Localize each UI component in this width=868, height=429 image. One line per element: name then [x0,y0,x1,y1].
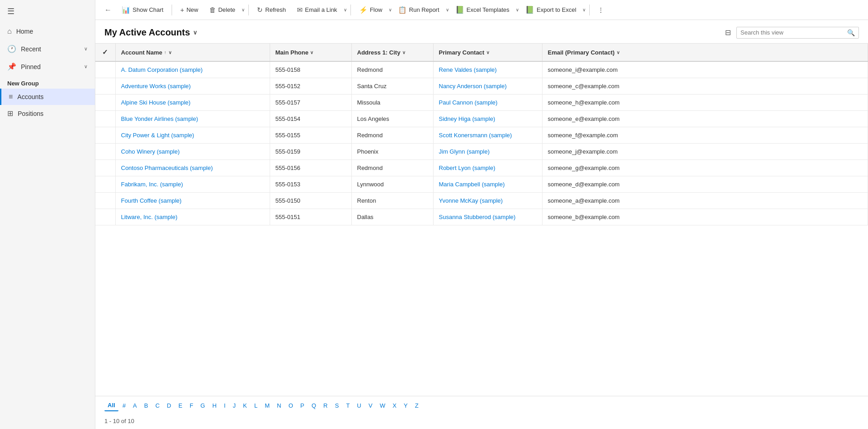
search-icon[interactable]: 🔍 [847,29,855,36]
contact-cell[interactable]: Nancy Anderson (sample) [433,78,542,95]
contact-cell[interactable]: Yvonne McKay (sample) [433,193,542,209]
row-checkbox[interactable] [95,160,115,176]
account-name-cell[interactable]: Litware, Inc. (sample) [115,209,270,225]
alpha-item-m[interactable]: M [261,400,273,411]
account-name-link[interactable]: Adventure Works (sample) [121,83,191,90]
account-name-cell[interactable]: Adventure Works (sample) [115,78,270,95]
new-button[interactable]: + New [176,4,203,16]
select-all-header[interactable]: ✓ [95,44,115,61]
contact-link[interactable]: Maria Campbell (sample) [439,181,505,188]
contact-cell[interactable]: Jim Glynn (sample) [433,144,542,160]
city-header[interactable]: Address 1: City ∨ [351,44,433,61]
contact-link[interactable]: Rene Valdes (sample) [439,66,497,73]
row-checkbox[interactable] [95,144,115,160]
account-name-link[interactable]: Coho Winery (sample) [121,148,180,155]
hamburger-menu-button[interactable]: ☰ [0,0,95,23]
account-name-filter-icon[interactable]: ∨ [168,50,172,55]
refresh-button[interactable]: ↻ Refresh [252,4,291,16]
delete-button[interactable]: 🗑 Delete [205,4,240,16]
flow-button[interactable]: ⚡ Flow [355,4,387,16]
contact-link[interactable]: Nancy Anderson (sample) [439,83,507,90]
sidebar-item-pinned[interactable]: 📌 Pinned ∨ [0,58,95,75]
account-name-link[interactable]: Fabrikam, Inc. (sample) [121,181,183,188]
view-title-chevron-icon[interactable]: ∨ [193,29,197,36]
email-chevron-icon[interactable]: ∨ [344,7,347,12]
contact-cell[interactable]: Rene Valdes (sample) [433,61,542,78]
export-excel-chevron-icon[interactable]: ∨ [582,7,586,12]
account-name-cell[interactable]: Fourth Coffee (sample) [115,193,270,209]
run-report-button[interactable]: 📋 Run Report [394,4,444,16]
row-checkbox[interactable] [95,127,115,144]
primary-contact-header[interactable]: Primary Contact ∨ [433,44,542,61]
account-name-link[interactable]: Litware, Inc. (sample) [121,214,178,220]
contact-link[interactable]: Jim Glynn (sample) [439,148,490,155]
back-button[interactable]: ← [101,4,115,16]
primary-contact-filter-icon[interactable]: ∨ [486,50,489,55]
contact-cell[interactable]: Robert Lyon (sample) [433,160,542,176]
alpha-item-i[interactable]: I [221,400,229,411]
contact-link[interactable]: Yvonne McKay (sample) [439,197,503,204]
export-excel-button[interactable]: 📗 Export to Excel [521,3,581,16]
row-checkbox[interactable] [95,209,115,225]
alpha-item-h[interactable]: H [209,400,220,411]
account-name-cell[interactable]: Alpine Ski House (sample) [115,95,270,111]
alpha-item-x[interactable]: X [390,400,400,411]
alpha-item-c[interactable]: C [152,400,163,411]
filter-icon[interactable]: ⊟ [723,26,733,39]
contact-link[interactable]: Sidney Higa (sample) [439,115,495,122]
account-name-cell[interactable]: A. Datum Corporation (sample) [115,61,270,78]
contact-cell[interactable]: Susanna Stubberod (sample) [433,209,542,225]
contact-link[interactable]: Robert Lyon (sample) [439,165,496,171]
alpha-item-e[interactable]: E [175,400,186,411]
alpha-item-all[interactable]: All [104,400,118,411]
excel-templates-button[interactable]: 📗 Excel Templates [451,3,514,16]
delete-chevron-icon[interactable]: ∨ [242,7,245,12]
alpha-item-n[interactable]: N [274,400,284,411]
excel-templates-chevron-icon[interactable]: ∨ [516,7,519,12]
alpha-item-t[interactable]: T [343,400,353,411]
account-name-link[interactable]: Blue Yonder Airlines (sample) [121,115,198,122]
alpha-item-j[interactable]: J [230,400,239,411]
contact-cell[interactable]: Paul Cannon (sample) [433,95,542,111]
alpha-item-p[interactable]: P [297,400,308,411]
email-header[interactable]: Email (Primary Contact) ∨ [542,44,868,61]
account-name-link[interactable]: Alpine Ski House (sample) [121,99,191,106]
row-checkbox[interactable] [95,61,115,78]
account-name-cell[interactable]: City Power & Light (sample) [115,127,270,144]
row-checkbox[interactable] [95,176,115,193]
more-options-button[interactable]: ⋮ [593,4,608,15]
contact-link[interactable]: Paul Cannon (sample) [439,99,498,106]
contact-cell[interactable]: Maria Campbell (sample) [433,176,542,193]
alpha-item-v[interactable]: V [365,400,376,411]
account-name-link[interactable]: Contoso Pharmaceuticals (sample) [121,165,213,171]
alpha-item-s[interactable]: S [332,400,342,411]
alpha-item-a[interactable]: A [130,400,140,411]
alpha-item-w[interactable]: W [376,400,388,411]
main-phone-filter-icon[interactable]: ∨ [310,50,313,55]
main-phone-header[interactable]: Main Phone ∨ [270,44,351,61]
account-name-link[interactable]: City Power & Light (sample) [121,132,194,139]
row-checkbox[interactable] [95,111,115,127]
account-name-link[interactable]: A. Datum Corporation (sample) [121,66,203,73]
alpha-item-g[interactable]: G [197,400,208,411]
alpha-item-z[interactable]: Z [412,400,422,411]
account-name-link[interactable]: Fourth Coffee (sample) [121,197,182,204]
email-filter-icon[interactable]: ∨ [616,50,620,55]
account-name-cell[interactable]: Blue Yonder Airlines (sample) [115,111,270,127]
row-checkbox[interactable] [95,78,115,95]
sidebar-item-recent[interactable]: 🕐 Recent ∨ [0,40,95,58]
alpha-item-k[interactable]: K [240,400,250,411]
contact-link[interactable]: Susanna Stubberod (sample) [439,214,516,220]
sidebar-item-accounts[interactable]: ≡ Accounts [0,89,95,105]
alpha-item-l[interactable]: L [251,400,261,411]
alpha-item-u[interactable]: U [354,400,364,411]
contact-link[interactable]: Scott Konersmann (sample) [439,132,512,139]
account-name-cell[interactable]: Fabrikam, Inc. (sample) [115,176,270,193]
show-chart-button[interactable]: 📊 Show Chart [117,4,168,16]
account-name-header[interactable]: Account Name ↑ ∨ [115,44,270,61]
alpha-item-y[interactable]: Y [400,400,411,411]
alpha-item-r[interactable]: R [320,400,330,411]
city-filter-icon[interactable]: ∨ [402,50,405,55]
row-checkbox[interactable] [95,193,115,209]
alpha-item-q[interactable]: Q [308,400,319,411]
